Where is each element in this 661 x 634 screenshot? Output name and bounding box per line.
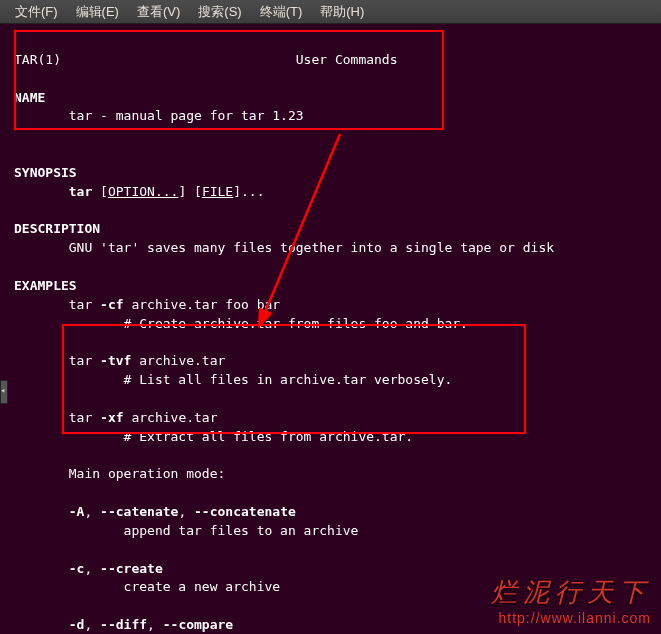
section-description: DESCRIPTION bbox=[14, 221, 100, 236]
opt-c-desc: create a new archive bbox=[124, 579, 281, 594]
menu-bar: 文件(F) 编辑(E) 查看(V) 搜索(S) 终端(T) 帮助(H) bbox=[0, 0, 661, 24]
panel-resize-handle-icon[interactable] bbox=[0, 380, 8, 404]
opt-d-long2: --compare bbox=[163, 617, 233, 632]
ex2-desc: # List all files in archive.tar verbosel… bbox=[124, 372, 453, 387]
section-name: NAME bbox=[14, 90, 45, 105]
opt-a: -A bbox=[69, 504, 85, 519]
menu-edit[interactable]: 编辑(E) bbox=[67, 3, 128, 21]
menu-help[interactable]: 帮助(H) bbox=[311, 3, 373, 21]
synopsis-file: FILE bbox=[202, 184, 233, 199]
ex1-rest: archive.tar foo bar bbox=[131, 297, 280, 312]
menu-file[interactable]: 文件(F) bbox=[6, 3, 67, 21]
synopsis-cmd: tar bbox=[69, 184, 92, 199]
ex1-opt: -cf bbox=[100, 297, 123, 312]
ex1-desc: # Create archive.tar from files foo and … bbox=[124, 316, 468, 331]
name-line: tar - manual page for tar 1.23 bbox=[69, 108, 304, 123]
ex3-opt: -xf bbox=[100, 410, 123, 425]
opt-d-long1: --diff bbox=[100, 617, 147, 632]
ex3-cmd: tar bbox=[69, 410, 92, 425]
section-synopsis: SYNOPSIS bbox=[14, 165, 77, 180]
menu-search[interactable]: 搜索(S) bbox=[189, 3, 250, 21]
opt-c: -c bbox=[69, 561, 85, 576]
opt-a-long1: --catenate bbox=[100, 504, 178, 519]
menu-terminal[interactable]: 终端(T) bbox=[251, 3, 312, 21]
ex1-cmd: tar bbox=[69, 297, 92, 312]
ex3-rest: archive.tar bbox=[131, 410, 217, 425]
menu-view[interactable]: 查看(V) bbox=[128, 3, 189, 21]
description-text: GNU 'tar' saves many files together into… bbox=[69, 240, 554, 255]
opt-a-long2: --concatenate bbox=[194, 504, 296, 519]
man-header-right: User Commands bbox=[296, 52, 398, 67]
synopsis-option: OPTION... bbox=[108, 184, 178, 199]
synopsis-dots: ... bbox=[241, 184, 264, 199]
svg-line-0 bbox=[260, 134, 340, 324]
ex3-desc: # Extract all files from archive.tar. bbox=[124, 429, 414, 444]
ex2-opt: -tvf bbox=[100, 353, 131, 368]
ex2-rest: archive.tar bbox=[139, 353, 225, 368]
man-header-left: TAR(1) bbox=[14, 52, 61, 67]
opt-d: -d bbox=[69, 617, 85, 632]
terminal-content[interactable]: TAR(1) User Commands NAME tar - manual p… bbox=[0, 24, 661, 634]
opt-a-desc: append tar files to an archive bbox=[124, 523, 359, 538]
main-op-mode: Main operation mode: bbox=[69, 466, 226, 481]
section-examples: EXAMPLES bbox=[14, 278, 77, 293]
opt-c-long: --create bbox=[100, 561, 163, 576]
ex2-cmd: tar bbox=[69, 353, 92, 368]
